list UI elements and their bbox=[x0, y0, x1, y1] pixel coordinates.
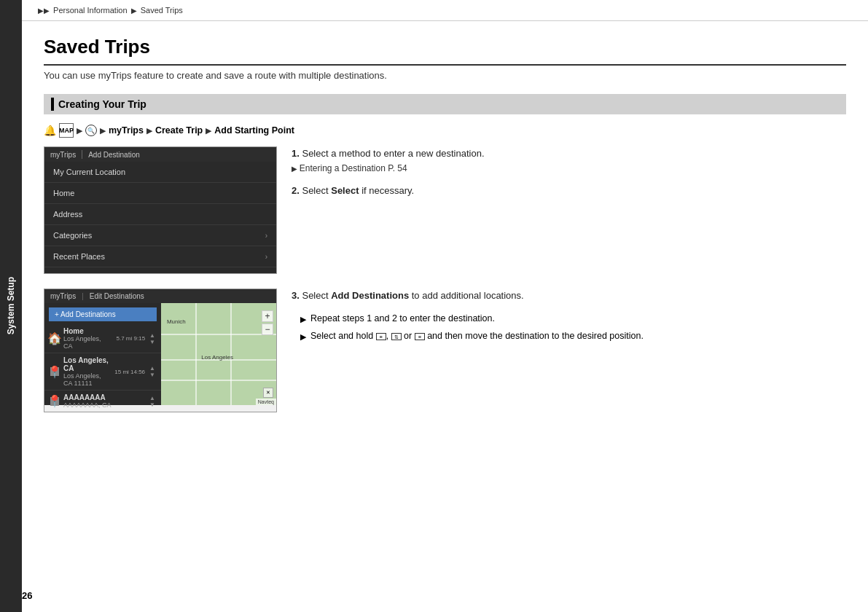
map-right-panel: Munich Los Angeles + − ✕ Navteq bbox=[161, 303, 276, 405]
nav-item-addstart: Add Starting Point bbox=[214, 125, 294, 136]
map-attribution: Navteq bbox=[256, 399, 276, 405]
step3-number: 3. bbox=[292, 290, 300, 301]
nav-arrow-1: ▶ bbox=[77, 126, 82, 136]
map-road-v1 bbox=[195, 303, 197, 405]
section-header: Creating Your Trip bbox=[44, 94, 846, 114]
section-title: Creating Your Trip bbox=[58, 98, 146, 110]
dest-location-aaa: AAAAAAAA, CA bbox=[63, 401, 145, 409]
step1-link[interactable]: Entering a Destination P. 54 bbox=[292, 163, 407, 173]
nav-arrow-2: ▶ bbox=[100, 126, 106, 136]
breadcrumb: ▶▶ Personal Information ▶ Saved Trips bbox=[22, 0, 868, 21]
instruction-1: 1. Select a method to enter a new destin… bbox=[292, 146, 846, 175]
compass-icon: ✕ bbox=[263, 388, 273, 398]
page-title: Saved Trips bbox=[44, 36, 846, 66]
nav-item-mytrips: myTrips bbox=[109, 125, 144, 136]
zoom-out-button[interactable]: − bbox=[262, 323, 273, 335]
menu-add-dest: Add Destination bbox=[88, 151, 140, 159]
map-icon: MAP bbox=[59, 123, 74, 138]
menu-item-label-current: My Current Location bbox=[53, 168, 125, 176]
dest-arrows-aaa: ▲▼ bbox=[149, 395, 155, 408]
dest-arrows-la: ▲▼ bbox=[149, 365, 155, 378]
sidebar-label: System Setup bbox=[6, 277, 16, 334]
map-top-title: myTrips bbox=[50, 292, 76, 300]
breadcrumb-arrow1: ▶▶ bbox=[38, 7, 50, 15]
breadcrumb-arrow2: ▶ bbox=[131, 7, 137, 15]
bullet-2: ▶ Select and hold ≡, ⇅ or ≡ and then mov… bbox=[300, 329, 846, 343]
bullet-1: ▶ Repeat steps 1 and 2 to enter the dest… bbox=[300, 312, 846, 326]
menu-item-categories[interactable]: Categories › bbox=[44, 225, 276, 246]
bullet-arrow-1: ▶ bbox=[300, 313, 306, 326]
dest-info-la: Los Angeles, CA Los Angeles, CA 11111 bbox=[63, 356, 110, 387]
pin-dest-icon-la: 📍 bbox=[50, 367, 59, 376]
screenshot-1: myTrips Add Destination My Current Locat… bbox=[44, 146, 277, 274]
map-left-panel: + Add Destinations 🏠 Home Los Angeles, C… bbox=[44, 303, 161, 405]
icon-move-1: ≡ bbox=[376, 333, 386, 340]
dest-meta-home: 5.7 mi 9:15 bbox=[117, 335, 146, 342]
menu-item-home[interactable]: Home bbox=[44, 183, 276, 204]
person-icon: 🔔 bbox=[44, 125, 56, 136]
step2-bold: Select bbox=[331, 185, 359, 196]
page-number: 26 bbox=[22, 590, 32, 601]
dest-location-la: Los Angeles, CA 11111 bbox=[63, 372, 110, 387]
menu-item-label-address: Address bbox=[53, 210, 82, 219]
entering-dest-label: Entering a Destination bbox=[300, 163, 386, 173]
dest-arrows-home: ▲▼ bbox=[149, 332, 155, 345]
menu-item-saved[interactable]: Saved Places › bbox=[44, 267, 276, 274]
breadcrumb-item-1: Personal Information bbox=[53, 6, 128, 15]
nav-arrow-4: ▶ bbox=[206, 126, 211, 136]
step1-number: 1. bbox=[292, 148, 300, 159]
step3-text: Select Add Destinations to add additiona… bbox=[302, 290, 523, 301]
menu-item-label-home: Home bbox=[53, 189, 74, 197]
menu-item-label-recent: Recent Places bbox=[53, 252, 105, 261]
icon-move-3: ≡ bbox=[415, 333, 425, 340]
dest-name-la: Los Angeles, CA bbox=[63, 356, 110, 372]
zoom-in-button[interactable]: + bbox=[262, 310, 273, 322]
dest-info-aaa: AAAAAAAA AAAAAAAA, CA bbox=[63, 393, 145, 409]
dest-name-aaa: AAAAAAAA bbox=[63, 393, 145, 401]
menu-top-separator bbox=[82, 150, 82, 159]
icon-move-2: ⇅ bbox=[391, 333, 402, 340]
step3-bold: Add Destinations bbox=[331, 290, 409, 301]
screenshot-2: myTrips | Edit Destinations + Add Destin… bbox=[44, 289, 277, 412]
page-subtitle: You can use myTrips feature to create an… bbox=[44, 70, 846, 81]
menu-item-current[interactable]: My Current Location bbox=[44, 162, 276, 183]
destination-item-aaa[interactable]: 📍 AAAAAAAA AAAAAAAA, CA ▲▼ bbox=[44, 391, 161, 412]
map-zoom-controls: + − bbox=[262, 310, 273, 335]
bullet-2-text: Select and hold ≡, ⇅ or ≡ and then move … bbox=[310, 329, 644, 343]
map-background: Munich Los Angeles + − ✕ Navteq bbox=[161, 303, 276, 405]
dest-location-home: Los Angeles, CA bbox=[63, 335, 112, 350]
menu-item-recent[interactable]: Recent Places › bbox=[44, 246, 276, 267]
menu-item-address[interactable]: Address bbox=[44, 204, 276, 225]
map-road-h3 bbox=[161, 380, 276, 381]
breadcrumb-item-2: Saved Trips bbox=[141, 6, 183, 15]
destination-item-home[interactable]: 🏠 Home Los Angeles, CA 5.7 mi 9:15 ▲▼ bbox=[44, 324, 161, 353]
map-label-munich: Munich bbox=[167, 318, 186, 325]
menu-items-list: My Current Location Home Address Categor… bbox=[44, 162, 276, 274]
menu-top-bar-left: myTrips Add Destination bbox=[50, 150, 140, 159]
instructions-col-2: 3. Select Add Destinations to add additi… bbox=[292, 289, 846, 412]
map-label-la: Los Angeles bbox=[201, 354, 233, 361]
nav-path: 🔔 MAP ▶ 🔍 ▶ myTrips ▶ Create Trip ▶ Add … bbox=[44, 123, 846, 138]
step1-text: Select a method to enter a new destinati… bbox=[302, 148, 484, 159]
map-content: + Add Destinations 🏠 Home Los Angeles, C… bbox=[44, 303, 276, 405]
sidebar: System Setup bbox=[0, 0, 22, 612]
dest-name-home: Home bbox=[63, 327, 112, 335]
dest-info-home: Home Los Angeles, CA bbox=[63, 327, 112, 350]
menu-item-label-saved: Saved Places bbox=[53, 273, 102, 274]
instruction-2: 2. Select Select if necessary. bbox=[292, 184, 846, 198]
map-road-h1 bbox=[161, 334, 276, 335]
add-destinations-button[interactable]: + Add Destinations bbox=[49, 307, 157, 321]
page-body: Saved Trips You can use myTrips feature … bbox=[22, 21, 868, 612]
arrow-icon-recent: › bbox=[265, 253, 267, 261]
dest-meta-la: 15 mi 14:56 bbox=[114, 369, 145, 375]
home-dest-icon: 🏠 bbox=[50, 334, 59, 343]
main-content: ▶▶ Personal Information ▶ Saved Trips Sa… bbox=[22, 0, 868, 612]
map-top-separator: | bbox=[82, 292, 84, 300]
menu-title: myTrips bbox=[50, 151, 76, 159]
map-top-bar: myTrips | Edit Destinations bbox=[44, 289, 276, 303]
destination-item-la[interactable]: 📍 Los Angeles, CA Los Angeles, CA 11111 … bbox=[44, 353, 161, 391]
section-header-bar bbox=[51, 98, 54, 111]
step1-link-suffix: P. 54 bbox=[386, 163, 407, 173]
step2-number: 2. bbox=[292, 185, 300, 196]
menu-item-label-categories: Categories bbox=[53, 231, 92, 240]
